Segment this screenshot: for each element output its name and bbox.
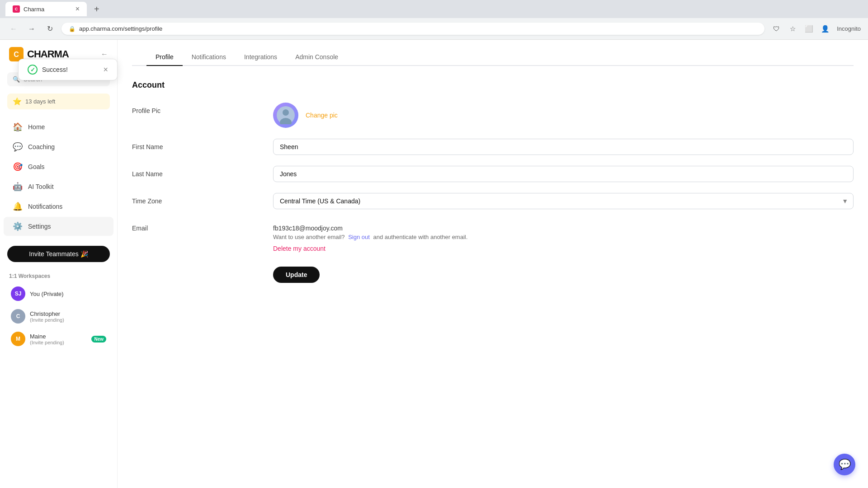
- chat-widget-button[interactable]: 💬: [834, 454, 855, 475]
- settings-body: Account Profile Pic Change: [118, 66, 868, 308]
- notifications-icon: 🔔: [13, 202, 23, 211]
- workspace-christopher-name: Christopher: [30, 310, 64, 317]
- settings-tabs: Profile Notifications Integrations Admin…: [132, 49, 854, 66]
- coaching-icon: 💬: [13, 142, 23, 152]
- browser-toolbar: ← → ↻ 🔒 app.charma.com/settings/profile …: [0, 18, 868, 40]
- toast-message: Success!: [42, 66, 68, 73]
- sign-out-link[interactable]: Sign out: [348, 234, 370, 240]
- email-note-prefix: Want to use another email?: [273, 234, 345, 240]
- profile-pic-field: Change pic: [273, 103, 854, 128]
- last-name-row: Last Name: [132, 166, 854, 182]
- nav-ai-toolkit-label: AI Toolkit: [28, 183, 54, 190]
- trial-label: 13 days left: [25, 98, 56, 105]
- last-name-field: [273, 166, 854, 182]
- back-button[interactable]: ←: [7, 23, 20, 35]
- workspace-christopher-sub: (Invite pending): [30, 317, 64, 323]
- browser-tab-icon: C: [13, 5, 20, 13]
- workspace-maine-name: Maine: [30, 333, 64, 340]
- profile-pic-row: Profile Pic Change pic: [132, 103, 854, 128]
- workspace-section: 1:1 Workspaces SJ You (Private) C Christ…: [0, 267, 117, 352]
- sidebar-item-home[interactable]: 🏠 Home: [4, 117, 113, 136]
- update-button[interactable]: Update: [273, 267, 320, 283]
- svg-text:C: C: [14, 51, 19, 58]
- shield-icon[interactable]: 🛡: [770, 23, 783, 35]
- sidebar-item-ai-toolkit[interactable]: 🤖 AI Toolkit: [4, 177, 113, 196]
- browser-tab-title: Charma: [24, 6, 44, 13]
- last-name-input[interactable]: [273, 166, 854, 182]
- tab-admin-console[interactable]: Admin Console: [286, 49, 347, 66]
- update-row: Update: [132, 263, 854, 283]
- browser-tab-close[interactable]: ×: [75, 5, 80, 13]
- nav-coaching-label: Coaching: [28, 143, 55, 150]
- goals-icon: 🎯: [13, 162, 23, 172]
- toast-check-icon: ✓: [28, 65, 38, 75]
- home-icon: 🏠: [13, 122, 23, 132]
- sidebar-item-coaching[interactable]: 💬 Coaching: [4, 137, 113, 156]
- email-value: fb193c18@moodjoy.com: [273, 220, 854, 232]
- nav-notifications-label: Notifications: [28, 203, 62, 210]
- avatar-maine: M: [11, 332, 25, 346]
- tab-profile[interactable]: Profile: [146, 49, 183, 66]
- first-name-label: First Name: [132, 139, 259, 150]
- new-tab-button[interactable]: +: [90, 4, 103, 14]
- browser-tab[interactable]: C Charma ×: [5, 2, 87, 16]
- nav-goals-label: Goals: [28, 163, 45, 170]
- workspace-you-label: You (Private): [30, 291, 64, 297]
- sidebar: C CHARMA ← 🔍 Search ⭐ 13 days left 🏠 Hom…: [0, 40, 118, 488]
- workspace-item-christopher[interactable]: C Christopher (Invite pending): [9, 305, 108, 327]
- time-zone-select[interactable]: Central Time (US & Canada) Eastern Time …: [273, 193, 854, 209]
- lock-icon: 🔒: [69, 26, 75, 32]
- workspace-you-name: You (Private): [30, 291, 64, 297]
- address-bar[interactable]: 🔒 app.charma.com/settings/profile: [61, 23, 764, 35]
- change-pic-link[interactable]: Change pic: [306, 112, 338, 119]
- email-label: Email: [132, 220, 259, 232]
- sidebar-item-goals[interactable]: 🎯 Goals: [4, 157, 113, 176]
- trial-badge: ⭐ 13 days left: [7, 94, 110, 109]
- time-zone-label: Time Zone: [132, 193, 259, 205]
- workspace-maine-info: Maine (Invite pending): [30, 333, 64, 345]
- sidebar-item-settings[interactable]: ⚙️ Settings: [4, 217, 113, 236]
- trial-icon: ⭐: [13, 97, 22, 106]
- sidebar-collapse-button[interactable]: ←: [101, 50, 108, 58]
- settings-icon: ⚙️: [13, 221, 23, 231]
- last-name-label: Last Name: [132, 166, 259, 178]
- time-zone-field: Central Time (US & Canada) Eastern Time …: [273, 193, 854, 209]
- first-name-field: [273, 139, 854, 155]
- avatar-christopher: C: [11, 309, 25, 324]
- email-note: Want to use another email? Sign out and …: [273, 234, 854, 240]
- update-button-wrapper: Update: [273, 263, 854, 283]
- workspace-item-maine[interactable]: M Maine (Invite pending) New: [9, 328, 108, 350]
- toolbar-icons: 🛡 ☆ ⬜ 👤 Incognito: [770, 23, 861, 35]
- browser-titlebar: C Charma × +: [0, 0, 868, 18]
- ai-toolkit-icon: 🤖: [13, 182, 23, 192]
- workspace-item-you[interactable]: SJ You (Private): [9, 283, 108, 305]
- refresh-button[interactable]: ↻: [43, 23, 56, 35]
- toast-close-button[interactable]: ×: [103, 65, 108, 75]
- email-note-suffix: and authenticate with another email.: [373, 234, 467, 240]
- avatar-you: SJ: [11, 286, 25, 301]
- invite-teammates-button[interactable]: Invite Teammates 🎉: [7, 246, 110, 262]
- forward-button[interactable]: →: [25, 23, 38, 35]
- nav-section: 🏠 Home 💬 Coaching 🎯 Goals 🤖 AI Toolkit 🔔: [0, 113, 117, 240]
- new-badge: New: [91, 336, 106, 343]
- time-zone-row: Time Zone Central Time (US & Canada) Eas…: [132, 193, 854, 209]
- profile-icon[interactable]: 👤: [819, 23, 831, 35]
- sidebar-toggle-icon[interactable]: ⬜: [802, 23, 815, 35]
- bookmark-icon[interactable]: ☆: [786, 23, 799, 35]
- chat-icon: 💬: [839, 459, 851, 470]
- app-container: C CHARMA ← 🔍 Search ⭐ 13 days left 🏠 Hom…: [0, 40, 868, 488]
- workspace-christopher-info: Christopher (Invite pending): [30, 310, 64, 323]
- tab-integrations[interactable]: Integrations: [235, 49, 286, 66]
- email-row: Email fb193c18@moodjoy.com Want to use a…: [132, 220, 854, 252]
- profile-avatar: [273, 103, 298, 128]
- workspaces-label: 1:1 Workspaces: [9, 273, 108, 279]
- nav-home-label: Home: [28, 123, 45, 131]
- profile-pic-label: Profile Pic: [132, 103, 259, 114]
- sidebar-item-notifications[interactable]: 🔔 Notifications: [4, 197, 113, 216]
- main-content: Profile Notifications Integrations Admin…: [118, 40, 868, 488]
- delete-account-link[interactable]: Delete my account: [273, 245, 326, 252]
- tab-notifications[interactable]: Notifications: [183, 49, 235, 66]
- first-name-input[interactable]: [273, 139, 854, 155]
- url-text: app.charma.com/settings/profile: [79, 25, 162, 32]
- email-field: fb193c18@moodjoy.com Want to use another…: [273, 220, 854, 252]
